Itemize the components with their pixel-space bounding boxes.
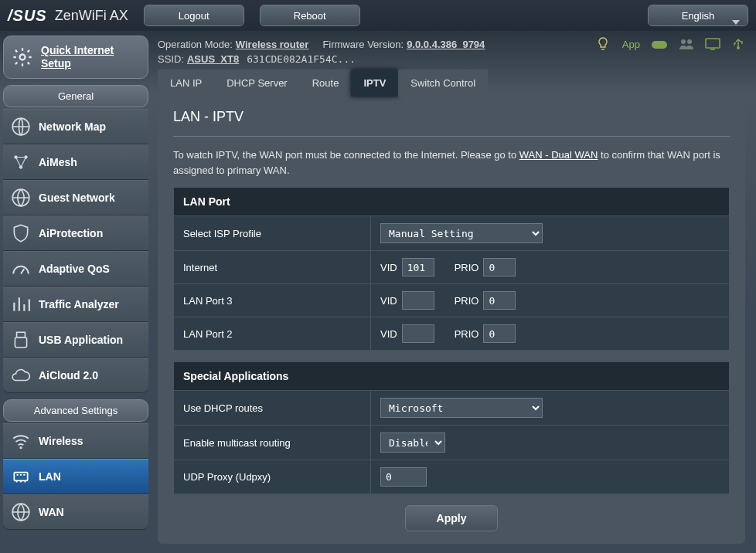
shield-icon: [11, 223, 31, 243]
globe-icon: [11, 188, 31, 208]
main-layout: Quick Internet Setup General Network Map…: [0, 31, 756, 553]
isp-profile-select[interactable]: Manual Setting: [380, 223, 543, 243]
reboot-button[interactable]: Reboot: [260, 5, 360, 26]
globe-icon: [11, 502, 31, 522]
usb-status-icon[interactable]: [731, 37, 745, 51]
vid-label: VID: [380, 328, 397, 340]
row-internet-label: Internet: [174, 251, 371, 284]
svg-rect-6: [17, 332, 26, 338]
fw-label: Firmware Version:: [322, 39, 404, 50]
mesh-icon: [11, 152, 31, 172]
sidebar-item-label: Adaptive QoS: [39, 263, 110, 275]
sidebar-item-lan[interactable]: LAN: [3, 459, 148, 494]
tab-switch-control[interactable]: Switch Control: [398, 70, 488, 97]
sidebar-item-label: WAN: [39, 506, 64, 518]
fw-value[interactable]: 9.0.0.4.386_9794: [407, 39, 485, 50]
sidebar-item-label: USB Application: [39, 334, 123, 346]
content-pane: LAN - IPTV To watch IPTV, the WAN port m…: [158, 97, 745, 544]
cloud-icon: [11, 365, 31, 385]
language-select[interactable]: English: [648, 5, 748, 26]
sidebar-item-label: AiProtection: [39, 227, 103, 239]
lanport2-prio-input[interactable]: [483, 324, 516, 343]
sidebar-item-label: Wireless: [39, 435, 83, 447]
section-advanced: Advanced Settings: [3, 399, 148, 422]
tab-dhcp-server[interactable]: DHCP Server: [214, 70, 300, 97]
dhcp-routes-select[interactable]: Microsoft: [380, 398, 543, 418]
chart-icon: [11, 294, 31, 314]
gear-icon: [12, 46, 33, 68]
prio-label: PRIO: [455, 328, 479, 340]
special-apps-table: Special Applications Use DHCP routes Mic…: [173, 361, 730, 494]
lanport3-prio-input[interactable]: [483, 291, 516, 310]
sidebar-item-network-map[interactable]: Network Map: [3, 109, 148, 144]
sidebar-item-aicloud[interactable]: AiCloud 2.0: [3, 358, 148, 393]
svg-rect-14: [706, 39, 720, 48]
ssid-label: SSID:: [158, 53, 184, 65]
quick-internet-setup[interactable]: Quick Internet Setup: [3, 36, 148, 79]
sidebar-item-adaptive-qos[interactable]: Adaptive QoS: [3, 251, 148, 287]
sidebar-item-wireless[interactable]: Wireless: [3, 423, 148, 459]
sidebar-item-label: Guest Network: [39, 192, 115, 204]
brand-logo: /SUS: [8, 7, 47, 25]
dhcp-routes-label: Use DHCP routes: [174, 391, 371, 426]
sidebar-item-wan[interactable]: WAN: [3, 494, 148, 530]
internet-vid-input[interactable]: [402, 258, 434, 276]
op-mode-label: Operation Mode:: [158, 39, 233, 50]
app-label[interactable]: App: [622, 39, 640, 50]
apply-button[interactable]: Apply: [405, 505, 498, 531]
svg-point-0: [20, 54, 26, 59]
row-lanport3-label: LAN Port 3: [174, 284, 371, 317]
mac-value: 631CDE082A1F54C...: [247, 53, 356, 65]
lanport2-vid-input[interactable]: [402, 324, 434, 343]
tab-iptv[interactable]: IPTV: [351, 70, 398, 97]
ssid-value[interactable]: ASUS_XT8: [187, 53, 239, 65]
svg-rect-11: [652, 41, 667, 49]
globe-icon: [11, 117, 31, 137]
sidebar-item-label: Network Map: [39, 120, 106, 133]
content-area: Operation Mode: Wireless router Firmware…: [152, 31, 756, 553]
lanport3-vid-input[interactable]: [402, 291, 434, 310]
svg-point-8: [19, 446, 22, 449]
gamepad-icon[interactable]: [651, 38, 668, 50]
sidebar-item-guest-network[interactable]: Guest Network: [3, 180, 148, 215]
special-apps-header: Special Applications: [174, 362, 730, 391]
lan-port-header: LAN Port: [174, 188, 730, 216]
svg-point-12: [681, 39, 686, 44]
svg-rect-7: [15, 337, 26, 347]
sidebar-item-aimesh[interactable]: AiMesh: [3, 144, 148, 180]
chevron-down-icon: [732, 12, 740, 34]
tab-route[interactable]: Route: [300, 70, 352, 97]
tab-lan-ip[interactable]: LAN IP: [158, 70, 214, 97]
row-lanport2-label: LAN Port 2: [174, 317, 371, 351]
multicast-select[interactable]: Disable: [380, 433, 445, 453]
svg-rect-9: [14, 472, 27, 480]
section-general: General: [3, 85, 148, 107]
isp-profile-label: Select ISP Profile: [174, 216, 371, 251]
wan-dual-wan-link[interactable]: WAN - Dual WAN: [519, 149, 598, 161]
udp-proxy-label: UDP Proxy (Udpxy): [174, 460, 371, 494]
sidebar-item-usb-application[interactable]: USB Application: [3, 322, 148, 358]
internet-prio-input[interactable]: [483, 258, 516, 276]
language-label: English: [682, 10, 715, 22]
sidebar-item-label: AiCloud 2.0: [39, 369, 98, 382]
gauge-icon: [11, 259, 31, 279]
sidebar-item-traffic-analyzer[interactable]: Traffic Analyzer: [3, 287, 148, 322]
users-icon[interactable]: [679, 38, 694, 50]
lan-port-table: LAN Port Select ISP Profile Manual Setti…: [173, 187, 730, 351]
bulb-icon[interactable]: [598, 37, 608, 51]
page-title: LAN - IPTV: [173, 109, 730, 125]
op-mode-value[interactable]: Wireless router: [236, 39, 309, 50]
udp-proxy-input[interactable]: [380, 467, 427, 487]
monitor-icon[interactable]: [705, 38, 720, 50]
multicast-label: Enable multicast routing: [174, 426, 371, 460]
sidebar-item-label: Traffic Analyzer: [39, 298, 119, 310]
tab-bar: LAN IP DHCP Server Route IPTV Switch Con…: [158, 70, 745, 97]
product-name: ZenWiFi AX: [55, 8, 128, 24]
vid-label: VID: [380, 262, 397, 273]
sidebar-item-label: LAN: [39, 470, 61, 483]
logout-button[interactable]: Logout: [144, 5, 244, 26]
prio-label: PRIO: [455, 262, 479, 273]
sidebar-item-aiprotection[interactable]: AiProtection: [3, 215, 148, 251]
wifi-icon: [11, 431, 31, 451]
info-text: To watch IPTV, the WAN port must be conn…: [173, 148, 730, 178]
